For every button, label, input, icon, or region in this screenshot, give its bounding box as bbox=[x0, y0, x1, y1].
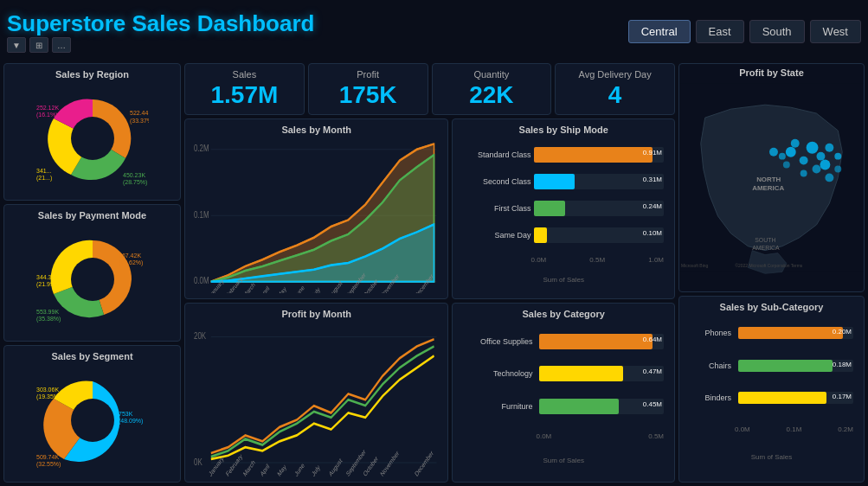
ship-mode-second-label: Second Class bbox=[463, 177, 530, 186]
region-east-btn[interactable]: East bbox=[696, 20, 744, 43]
svg-point-63 bbox=[807, 142, 819, 154]
svg-text:252.12K: 252.12K bbox=[36, 105, 59, 111]
subcat-axis-label: Sum of Sales bbox=[690, 453, 853, 461]
cat-axis-1: 0.5M bbox=[648, 432, 664, 440]
sales-by-subcategory-card: Sales by Sub-Category Phones 0.20M Chair… bbox=[678, 296, 865, 483]
svg-text:July: July bbox=[311, 463, 321, 476]
cat-furniture: Furniture 0.45M bbox=[463, 399, 664, 414]
svg-text:June: June bbox=[293, 284, 305, 292]
header: Superstore Sales Dashboard ▼ ⊞ … Central… bbox=[3, 3, 865, 60]
svg-text:0K: 0K bbox=[194, 456, 203, 467]
svg-text:November: November bbox=[380, 449, 401, 476]
filter-icon[interactable]: ▼ bbox=[7, 37, 26, 53]
svg-text:May: May bbox=[276, 285, 287, 292]
svg-text:344.39K: 344.39K bbox=[36, 274, 59, 280]
sales-by-ship-mode-card: Sales by Ship Mode Standard Class 0.91M … bbox=[452, 118, 675, 299]
profit-by-state-map: NORTH AMERICA SOUTH AMERICA Microsoft Bi… bbox=[679, 64, 864, 291]
region-filter: Central East South West bbox=[628, 20, 861, 43]
dashboard-title: Superstore Sales Dashboard bbox=[7, 10, 314, 37]
svg-text:December: December bbox=[414, 449, 434, 476]
ship-mode-axis: 0.0M 0.5M 1.0M bbox=[463, 256, 664, 264]
kpi-profit-value: 175K bbox=[316, 81, 421, 109]
svg-text:NORTH: NORTH bbox=[756, 176, 781, 183]
sales-by-region-donut: 522.44K (33.37%) 450.23K (28.75%) 341...… bbox=[36, 91, 149, 186]
profit-by-month-title: Profit by Month bbox=[192, 309, 440, 319]
ship-mode-first: First Class 0.24M bbox=[463, 201, 664, 216]
svg-point-74 bbox=[769, 148, 778, 157]
svg-text:AMERICA: AMERICA bbox=[752, 245, 780, 251]
subcat-axis-0: 0.0M bbox=[735, 425, 750, 433]
subcat-axis: 0.0M 0.1M 0.2M bbox=[690, 425, 853, 433]
svg-text:(42.62%): (42.62%) bbox=[119, 259, 143, 266]
kpi-delivery-value: 4 bbox=[563, 81, 667, 109]
mid-bottom-row: Profit by Month 20K 0K January February … bbox=[184, 303, 675, 483]
svg-text:Microsoft Bing: Microsoft Bing bbox=[681, 264, 709, 268]
svg-text:0.0M: 0.0M bbox=[194, 276, 209, 285]
sales-by-category-card: Sales by Category Office Supplies 0.64M … bbox=[452, 303, 675, 483]
svg-point-67 bbox=[825, 144, 833, 152]
left-column: Sales by Region 522.44K (33.37%) bbox=[3, 63, 181, 483]
svg-point-68 bbox=[800, 169, 807, 176]
cat-tech-label: Technology bbox=[463, 369, 532, 378]
cat-axis-label: Sum of Sales bbox=[463, 457, 664, 464]
subcat-binders-label: Binders bbox=[690, 393, 731, 402]
svg-text:(33.37%): (33.37%) bbox=[130, 118, 149, 125]
svg-text:(35.38%): (35.38%) bbox=[36, 316, 61, 323]
ship-mode-same-value: 0.10M bbox=[643, 229, 662, 237]
profit-by-month-chart: 20K 0K January February March April May bbox=[192, 323, 440, 477]
svg-text:March: March bbox=[242, 281, 256, 293]
kpi-quantity: Quantity 22K bbox=[432, 63, 552, 115]
ship-mode-same: Same Day 0.10M bbox=[463, 227, 664, 243]
svg-point-0 bbox=[71, 117, 114, 160]
mid-charts-row: Sales by Month 0.2M 0.1M 0.0M bbox=[184, 118, 675, 299]
kpi-sales-label: Sales bbox=[192, 69, 297, 80]
sales-by-segment-title: Sales by Segment bbox=[11, 351, 173, 361]
svg-text:303.06K: 303.06K bbox=[36, 387, 59, 393]
svg-text:(32.55%): (32.55%) bbox=[36, 461, 61, 468]
grid-icon[interactable]: ⊞ bbox=[29, 37, 48, 53]
kpi-delivery-label: Avg Delivery Day bbox=[563, 69, 667, 80]
svg-text:553.99K: 553.99K bbox=[36, 309, 59, 315]
svg-point-73 bbox=[779, 153, 786, 160]
svg-text:(19.35%): (19.35%) bbox=[36, 393, 61, 400]
ship-mode-second-value: 0.31M bbox=[643, 176, 662, 183]
subcat-chairs-label: Chairs bbox=[690, 361, 731, 370]
region-west-btn[interactable]: West bbox=[810, 20, 861, 43]
subcat-binders: Binders 0.17M bbox=[690, 392, 853, 404]
ship-mode-standard-value: 0.91M bbox=[643, 149, 662, 157]
subcat-axis-2: 0.2M bbox=[838, 425, 853, 433]
svg-text:522.44K: 522.44K bbox=[130, 110, 149, 116]
sales-by-region-card: Sales by Region 522.44K (33.37%) bbox=[3, 63, 181, 201]
svg-point-16 bbox=[71, 399, 114, 442]
svg-point-75 bbox=[783, 162, 790, 169]
cat-office-label: Office Supplies bbox=[463, 337, 532, 346]
region-central-btn[interactable]: Central bbox=[628, 20, 691, 43]
cat-tech-value: 0.47M bbox=[643, 368, 662, 375]
svg-point-71 bbox=[834, 166, 841, 173]
ship-mode-axis-label: Sum of Sales bbox=[463, 276, 664, 284]
svg-point-64 bbox=[817, 152, 826, 161]
region-south-btn[interactable]: South bbox=[749, 20, 805, 43]
cat-furniture-label: Furniture bbox=[463, 402, 532, 411]
sales-by-segment-donut: 753K (48.09%) 509.74K (32.55%) 303.06K (… bbox=[36, 373, 149, 468]
kpi-delivery: Avg Delivery Day 4 bbox=[555, 63, 675, 115]
ship-mode-standard: Standard Class 0.91M bbox=[463, 147, 664, 163]
svg-point-72 bbox=[791, 139, 800, 148]
svg-text:341...: 341... bbox=[36, 168, 52, 174]
svg-text:AMERICA: AMERICA bbox=[752, 184, 784, 192]
profit-by-state-card: Profit by State bbox=[678, 63, 865, 292]
subcat-chairs-value: 0.18M bbox=[833, 361, 852, 368]
kpi-sales-value: 1.57M bbox=[192, 81, 297, 109]
ship-mode-first-value: 0.24M bbox=[643, 202, 662, 210]
subcat-axis-1: 0.1M bbox=[787, 425, 802, 433]
svg-text:667.42K: 667.42K bbox=[119, 253, 141, 259]
sales-by-month-card: Sales by Month 0.2M 0.1M 0.0M bbox=[184, 118, 448, 299]
sales-by-month-chart: 0.2M 0.1M 0.0M bbox=[192, 138, 440, 293]
svg-text:0.2M: 0.2M bbox=[194, 144, 209, 153]
svg-text:July: July bbox=[311, 285, 322, 292]
cat-office-value: 0.64M bbox=[643, 336, 662, 343]
more-icon[interactable]: … bbox=[52, 37, 71, 53]
svg-text:(28.75%): (28.75%) bbox=[123, 179, 147, 186]
svg-point-62 bbox=[800, 157, 808, 165]
svg-point-66 bbox=[813, 165, 821, 174]
